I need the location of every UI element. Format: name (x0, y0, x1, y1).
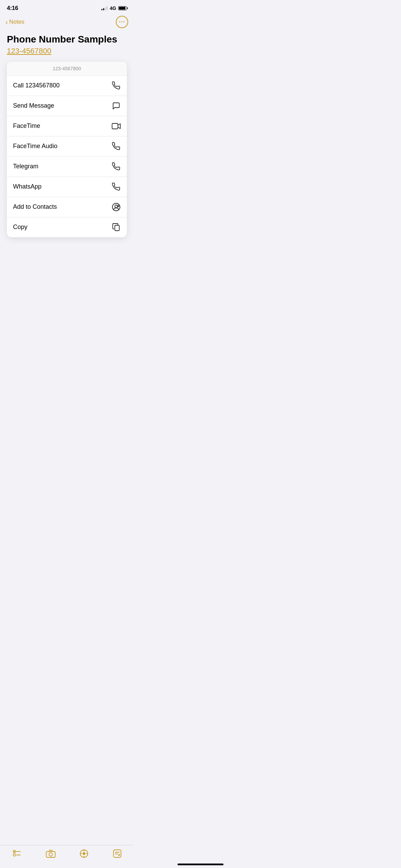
facetime-label: FaceTime (13, 122, 40, 130)
message-label: Send Message (13, 102, 54, 109)
menu-item-whatsapp[interactable]: WhatsApp (7, 177, 127, 197)
svg-point-2 (115, 205, 118, 208)
note-content: Phone Number Samples 123-4567800 123-456… (0, 31, 134, 244)
status-bar: 4:16 4G (0, 0, 134, 14)
menu-item-call[interactable]: Call 1234567800 (7, 76, 127, 96)
back-arrow-icon: ‹ (5, 19, 8, 25)
phone-link[interactable]: 123-4567800 (7, 47, 51, 56)
facetime-audio-icon (112, 142, 121, 151)
telegram-icon (112, 162, 121, 171)
more-button[interactable]: ··· (116, 16, 128, 28)
call-label: Call 1234567800 (13, 82, 60, 89)
more-icon: ··· (119, 19, 125, 26)
facetime-icon (112, 122, 121, 131)
menu-item-add-contact[interactable]: Add to Contacts (7, 197, 127, 217)
telegram-label: Telegram (13, 163, 38, 170)
whatsapp-icon (112, 182, 121, 191)
signal-bar-2 (103, 8, 104, 10)
menu-item-telegram[interactable]: Telegram (7, 157, 127, 177)
add-contact-label: Add to Contacts (13, 203, 57, 210)
signal-bar-4 (107, 6, 108, 10)
battery-icon (118, 6, 127, 10)
signal-bar-3 (105, 7, 106, 10)
nav-back-button[interactable]: ‹ Notes (5, 19, 24, 25)
menu-item-message[interactable]: Send Message (7, 96, 127, 116)
nav-back-label: Notes (9, 19, 24, 25)
add-contact-icon (112, 203, 121, 212)
phone-action-popup: 123-4567800 Call 1234567800 Send Message… (7, 62, 127, 237)
facetime-audio-label: FaceTime Audio (13, 143, 57, 150)
svg-rect-0 (112, 123, 118, 129)
status-time: 4:16 (7, 5, 18, 12)
battery-fill (119, 7, 125, 10)
copy-icon (112, 223, 121, 232)
whatsapp-label: WhatsApp (13, 183, 41, 190)
status-network: 4G (110, 5, 116, 11)
message-icon (112, 101, 121, 110)
note-title: Phone Number Samples (7, 34, 127, 45)
svg-rect-5 (115, 225, 119, 231)
popup-header: 123-4567800 (7, 62, 127, 76)
copy-label: Copy (13, 224, 27, 231)
menu-item-facetime[interactable]: FaceTime (7, 116, 127, 136)
call-icon (112, 81, 121, 90)
signal-bars (101, 6, 108, 10)
signal-bar-1 (101, 9, 102, 10)
status-right: 4G (101, 5, 127, 11)
nav-bar: ‹ Notes ··· (0, 14, 134, 31)
menu-item-facetime-audio[interactable]: FaceTime Audio (7, 136, 127, 157)
menu-item-copy[interactable]: Copy (7, 217, 127, 237)
